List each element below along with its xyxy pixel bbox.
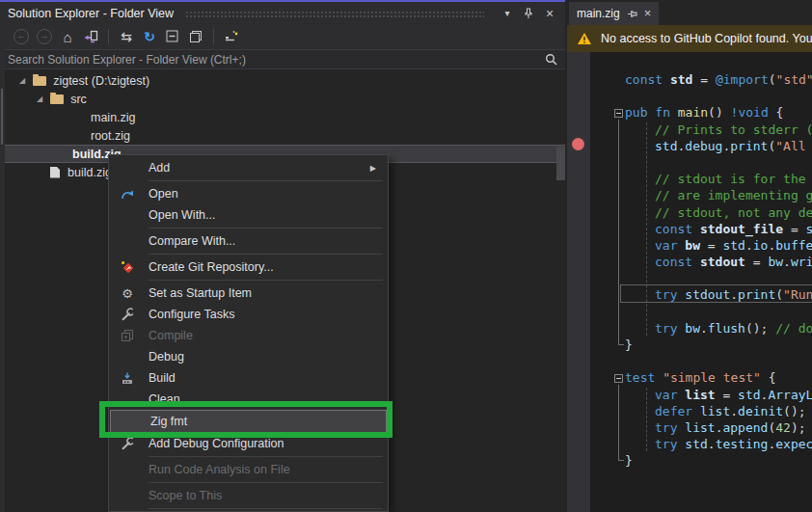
home-icon[interactable]: ⌂ <box>56 27 79 46</box>
menu-item-compare-with[interactable]: Compare With... <box>109 230 388 252</box>
copilot-warning-banner: No access to GitHub Copilot found. You a… <box>567 25 812 52</box>
edge-scrollbar-thumb[interactable] <box>1 89 3 145</box>
menu-separator <box>109 506 388 511</box>
tree-item-label: build.zig <box>68 166 112 179</box>
code-line-22: try list.append(42); <box>625 419 812 436</box>
menu-item-label: Add Debug Configuration <box>149 437 378 450</box>
tree-item-label: root.zig <box>91 129 130 143</box>
tab-pin-icon[interactable] <box>627 9 637 19</box>
menu-item-debug[interactable]: Debug <box>109 346 388 367</box>
tree-item-zigtest-d-zigtest[interactable]: ◢zigtest (D:\zigtest) <box>0 71 565 90</box>
menu-item-label: Compare With... <box>149 234 378 248</box>
refresh-icon[interactable]: ↻ <box>138 27 161 46</box>
menu-item-label: Scope to This <box>149 489 378 502</box>
tree-item-label: src <box>70 93 87 106</box>
breakpoint-indicator[interactable] <box>572 138 584 150</box>
menu-separator <box>109 252 388 256</box>
menu-item-label: Zig fmt <box>150 415 376 428</box>
window-position-chevron-icon[interactable]: ▾ <box>500 6 515 21</box>
expand-arrow-icon[interactable]: ◢ <box>37 95 42 103</box>
sync-with-active-document-icon[interactable] <box>79 27 102 46</box>
build-icon <box>119 372 136 385</box>
tab-close-icon[interactable]: × <box>644 8 652 19</box>
code-line-11: var bw = std.io.buffer <box>625 237 812 254</box>
menu-item-label: Configure Tasks <box>149 308 378 321</box>
code-line-9: // stdout, not any deb <box>625 204 812 221</box>
back-icon[interactable]: ← <box>10 27 33 46</box>
wrench-icon <box>119 437 136 450</box>
tree-item-root-zig[interactable]: root.zig <box>0 126 565 145</box>
code-line-24: } <box>625 452 812 469</box>
code-area[interactable]: const std = @import("std");pub fn main()… <box>625 71 812 470</box>
folder-icon <box>50 94 64 104</box>
tab-main-zig[interactable]: main.zig × <box>569 2 659 25</box>
menu-item-add[interactable]: Add▶ <box>109 157 388 178</box>
open-icon <box>119 188 136 201</box>
solution-explorer-toolbar: ←→⌂⇆↻ <box>0 24 565 49</box>
fold-collapse-icon[interactable] <box>614 109 623 118</box>
code-line-3: pub fn main() !void { <box>625 104 812 121</box>
compile-icon <box>119 329 136 342</box>
titlebar-drag-grip[interactable] <box>185 11 484 17</box>
collapse-all-icon[interactable] <box>161 27 184 46</box>
scrollbar-thumb[interactable] <box>556 147 565 180</box>
menu-item-open-with[interactable]: Open With... <box>109 204 388 226</box>
menu-item-scope-to-this: Scope to This <box>109 485 388 506</box>
pin-icon[interactable] <box>521 6 536 21</box>
menu-item-set-as-startup-item[interactable]: ⚙Set as Startup Item <box>109 283 388 304</box>
menu-item-add-debug-configuration[interactable]: Add Debug Configuration <box>109 433 388 454</box>
menu-item-label: Add <box>149 161 370 175</box>
code-line-4: // Prints to stderr (i <box>625 121 812 138</box>
menu-item-run-code-analysis-on-file: Run Code Analysis on File <box>109 459 388 480</box>
panel-title: Solution Explorer - Folder View <box>8 7 174 20</box>
code-line-8: // are implementing gz <box>625 187 812 203</box>
menu-item-compile: Compile <box>109 325 388 346</box>
tab-label: main.zig <box>577 7 620 20</box>
code-line-20: var list = std.ArrayLi <box>625 387 812 403</box>
search-input[interactable]: Search Solution Explorer - Folder View (… <box>8 53 545 67</box>
menu-item-label: Create Git Repository... <box>149 260 378 274</box>
forward-icon[interactable]: → <box>33 27 56 46</box>
menu-item-label: Build <box>149 371 378 385</box>
search-icon[interactable] <box>545 53 557 66</box>
menu-item-open[interactable]: Open <box>109 183 388 204</box>
menu-separator <box>109 454 388 459</box>
menu-item-create-git-repository[interactable]: Create Git Repository... <box>109 256 388 278</box>
menu-separator <box>109 278 388 283</box>
menu-separator <box>109 480 388 485</box>
solution-filter-icon[interactable] <box>220 27 243 46</box>
tree-item-main-zig[interactable]: main.zig <box>0 108 565 126</box>
show-all-files-icon[interactable] <box>184 27 207 46</box>
menu-separator <box>109 226 388 230</box>
code-line-18 <box>625 353 812 369</box>
git-icon <box>119 260 136 275</box>
code-line-21: defer list.deinit(); / <box>625 403 812 419</box>
code-line-2 <box>625 88 812 104</box>
menu-item-build[interactable]: Build <box>109 367 388 389</box>
menu-item-configure-tasks[interactable]: Configure Tasks <box>109 304 388 325</box>
code-line-7: // stdout is for the a <box>625 171 812 187</box>
menu-item-clean[interactable]: Clean <box>109 389 388 410</box>
wrench-icon <box>119 308 136 321</box>
menu-item-zig-fmt[interactable]: Zig fmt <box>110 410 387 433</box>
tree-item-label: main.zig <box>91 111 136 124</box>
code-line-10: const stdout_file = st <box>625 221 812 237</box>
vs-ide-window: Solution Explorer - Folder View ▾ × ←→⌂⇆… <box>0 0 812 512</box>
solution-explorer-titlebar: Solution Explorer - Folder View ▾ × <box>0 2 565 24</box>
code-line-17: } <box>625 337 812 353</box>
fold-collapse-icon[interactable] <box>614 374 623 383</box>
tree-item-src[interactable]: ◢src <box>0 90 565 108</box>
breakpoint-margin[interactable] <box>567 52 590 512</box>
tab-strip: main.zig × <box>567 0 812 25</box>
menu-item-label: Set as Startup Item <box>149 286 378 300</box>
search-box[interactable]: Search Solution Explorer - Folder View (… <box>0 49 565 69</box>
menu-item-label: Compile <box>149 329 378 342</box>
menu-item-label: Open With... <box>149 208 378 222</box>
code-line-12: const stdout = bw.writ <box>625 254 812 270</box>
menu-separator <box>109 178 388 183</box>
code-line-5: std.debug.print("All y <box>625 138 812 154</box>
expand-arrow-icon[interactable]: ◢ <box>19 77 25 85</box>
code-line-16: try bw.flush(); // don <box>625 320 812 337</box>
switch-views-icon[interactable]: ⇆ <box>115 27 138 46</box>
close-icon[interactable]: × <box>542 6 557 21</box>
